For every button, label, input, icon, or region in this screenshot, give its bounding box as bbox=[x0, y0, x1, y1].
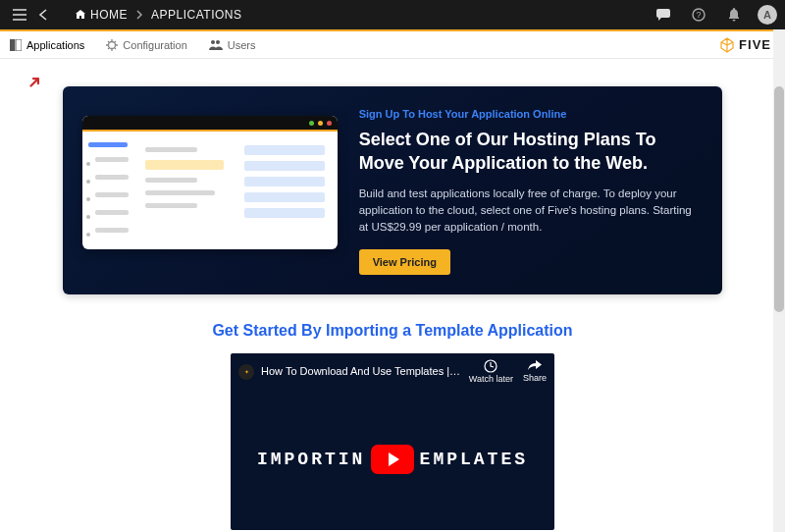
share-label: Share bbox=[523, 373, 547, 383]
main-content: Sign Up To Host Your Application Online … bbox=[0, 59, 785, 532]
scrollbar-thumb[interactable] bbox=[774, 86, 784, 312]
share-button[interactable]: Share bbox=[523, 360, 547, 383]
brand-icon bbox=[719, 37, 735, 53]
svg-point-5 bbox=[211, 40, 215, 44]
breadcrumb-home[interactable]: HOME bbox=[71, 8, 131, 22]
bell-icon[interactable] bbox=[722, 3, 746, 27]
tab-label: Applications bbox=[26, 39, 84, 51]
brand-icon: ✦ bbox=[238, 364, 254, 380]
app-mockup bbox=[82, 116, 338, 249]
svg-point-4 bbox=[109, 41, 116, 48]
hero-text: Sign Up To Host Your Application Online … bbox=[353, 86, 722, 294]
top-bar: HOME APPLICATIONS ? A bbox=[0, 0, 785, 29]
back-icon[interactable] bbox=[33, 3, 57, 27]
watch-later-button[interactable]: Watch later bbox=[469, 359, 513, 384]
svg-rect-3 bbox=[16, 39, 22, 51]
svg-text:?: ? bbox=[696, 10, 701, 20]
import-section-title: Get Started By Importing a Template Appl… bbox=[63, 322, 722, 340]
breadcrumb-home-label: HOME bbox=[90, 8, 128, 22]
video-title-row: ✦ How To Download And Use Templates |… bbox=[238, 364, 460, 380]
applications-icon bbox=[10, 39, 22, 51]
gear-icon bbox=[106, 39, 118, 51]
svg-point-6 bbox=[216, 40, 220, 44]
tab-users[interactable]: Users bbox=[209, 39, 256, 51]
home-icon bbox=[75, 9, 86, 21]
tab-label: Configuration bbox=[123, 39, 186, 51]
chevron-right-icon bbox=[135, 10, 143, 20]
tab-applications[interactable]: Applications bbox=[10, 39, 84, 51]
hero-illustration bbox=[63, 86, 353, 294]
play-button[interactable] bbox=[371, 445, 414, 474]
hosting-hero: Sign Up To Host Your Application Online … bbox=[63, 86, 722, 294]
clock-icon bbox=[484, 359, 497, 373]
tab-label: Users bbox=[228, 39, 256, 51]
breadcrumb-current[interactable]: APPLICATIONS bbox=[147, 8, 245, 22]
video-title: How To Download And Use Templates |… bbox=[261, 365, 460, 377]
section-tabs: Applications Configuration Users FIVE bbox=[0, 31, 785, 59]
scrollbar-track[interactable] bbox=[773, 29, 785, 532]
svg-rect-2 bbox=[10, 39, 15, 51]
tutorial-video[interactable]: ✦ How To Download And Use Templates |… W… bbox=[231, 353, 554, 530]
menu-icon[interactable] bbox=[8, 3, 31, 27]
share-icon bbox=[528, 360, 542, 372]
watch-later-label: Watch later bbox=[469, 374, 513, 384]
topbar-actions: ? A bbox=[652, 3, 777, 27]
brand-name: FIVE bbox=[739, 37, 771, 52]
help-icon[interactable]: ? bbox=[687, 3, 710, 27]
hero-eyebrow: Sign Up To Host Your Application Online bbox=[359, 108, 699, 120]
users-icon bbox=[209, 39, 223, 51]
view-pricing-button[interactable]: View Pricing bbox=[359, 249, 450, 275]
chat-icon[interactable] bbox=[652, 3, 675, 27]
avatar[interactable]: A bbox=[758, 5, 777, 25]
tab-configuration[interactable]: Configuration bbox=[106, 39, 186, 51]
hero-body: Build and test applications locally free… bbox=[359, 186, 699, 237]
hero-title: Select One of Our Hosting Plans To Move … bbox=[359, 128, 699, 176]
brand-logo: FIVE bbox=[719, 37, 771, 53]
breadcrumb: HOME APPLICATIONS bbox=[71, 8, 652, 22]
